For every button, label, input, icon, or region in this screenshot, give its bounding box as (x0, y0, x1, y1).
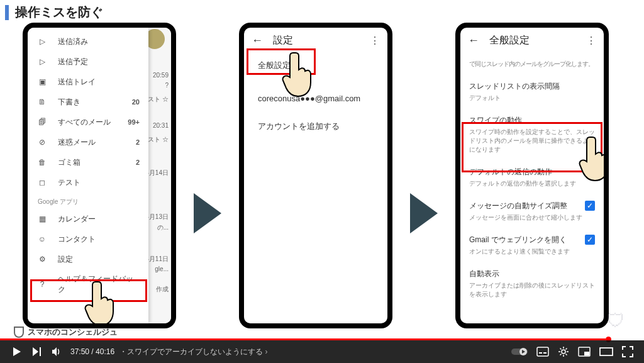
phone-3: ← 全般設定 ⋮ で同じスレッド内のメールをグループ化します。 スレッドリストの… (455, 23, 609, 328)
phone-1: 20:59 ? テスト ☆ 20:31 テスト ☆ 4月14日 ☆ 4月13日 … (23, 23, 176, 328)
drawer-spam[interactable]: ⊘ 迷惑メール 2 (28, 132, 148, 152)
drawer-test[interactable]: ◻ テスト (28, 172, 148, 193)
time-label: 4月13日 (145, 213, 169, 221)
fullscreen-icon[interactable] (622, 346, 633, 357)
svg-point-5 (562, 350, 565, 354)
phone-row: 20:59 ? テスト ☆ 20:31 テスト ☆ 4月14日 ☆ 4月13日 … (23, 23, 609, 340)
drawer-outbox[interactable]: ▣ 送信トレイ (28, 72, 148, 92)
snippet: gle... (155, 265, 169, 273)
general-topbar: ← 全般設定 ⋮ (460, 28, 604, 53)
snippet: の... (157, 224, 169, 232)
settings-icon[interactable] (558, 346, 569, 357)
drawer-allmail[interactable]: 🗐 すべてのメール 99+ (28, 112, 148, 132)
svg-rect-4 (543, 352, 547, 354)
time-label: 4月14日 (145, 169, 169, 177)
shield-icon (14, 327, 24, 338)
drawer-settings[interactable]: ⚙ 設定 (28, 249, 148, 269)
gear-icon: ⚙ (36, 254, 48, 265)
pointer-hand-icon (282, 49, 316, 99)
snippet: ? (165, 82, 169, 89)
draft-icon: 🗎 (36, 96, 48, 108)
miniplayer-icon[interactable] (578, 347, 591, 357)
drawer-scheduled[interactable]: ▷ 送信予定 (28, 52, 148, 72)
title-bar (5, 5, 9, 20)
thread-density[interactable]: スレッドリストの表示間隔 デフォルト (460, 75, 604, 109)
all-mail-icon: 🗐 (36, 116, 48, 128)
trash-icon: 🗑 (36, 157, 48, 168)
account-row[interactable]: coreconusa●●●@gmail.com (244, 87, 387, 109)
kebab-icon[interactable]: ⋮ (586, 35, 596, 47)
watermark-icon: 🛡 (606, 310, 625, 332)
page-title: 全般設定 (489, 34, 586, 47)
drawer-sent[interactable]: ▷ 送信済み (28, 31, 148, 52)
calendar-icon: ▦ (36, 213, 48, 225)
svg-rect-8 (600, 348, 613, 355)
autoplay-toggle-icon[interactable] (511, 347, 528, 356)
drawer-calendar[interactable]: ▦ カレンダー (28, 209, 148, 229)
apps-section: Google アプリ (28, 193, 148, 209)
partial-setting: で同じスレッド内のメールをグループ化します。 (460, 53, 604, 75)
chapter-title[interactable]: ・スワイプでアーカイブしないようにする › (119, 347, 267, 357)
time-label: 20:31 (153, 122, 169, 130)
footer-logo: スマホのコンシェルジュ (14, 327, 118, 338)
next-icon[interactable] (31, 346, 42, 357)
time-label: 20:59 (153, 72, 169, 79)
pointer-hand-icon (579, 133, 609, 184)
spam-icon: ⊘ (36, 137, 48, 148)
drawer-trash[interactable]: 🗑 ゴミ箱 2 (28, 152, 148, 172)
svg-rect-7 (584, 352, 589, 355)
video-controls: 37:50 / 40:16 ・スワイプでアーカイブしないようにする › (0, 340, 644, 363)
svg-rect-3 (539, 352, 542, 354)
slide-title: 操作ミスを防ぐ (5, 4, 103, 21)
checkbox-icon[interactable]: ✓ (585, 235, 595, 245)
back-icon[interactable]: ← (468, 34, 479, 47)
compose-button[interactable]: 作成 (156, 286, 169, 293)
send-icon: ▷ (36, 36, 48, 47)
arrow-icon (194, 193, 221, 233)
kebab-icon[interactable]: ⋮ (370, 35, 380, 47)
label-icon: ◻ (36, 177, 48, 188)
autosize[interactable]: ✓ メッセージの自動サイズ調整 メッセージを画面に合わせて縮小します (460, 194, 604, 228)
weblink[interactable]: ✓ Gmail でウェブリンクを開く オンにするとより速く閲覧できます (460, 228, 604, 262)
drawer-drafts[interactable]: 🗎 下書き 20 (28, 92, 148, 112)
theater-icon[interactable] (599, 347, 613, 356)
time-label: 4月11日 (145, 255, 169, 263)
back-icon[interactable]: ← (252, 34, 263, 47)
title-text: 操作ミスを防ぐ (15, 4, 103, 21)
autoshow[interactable]: 自動表示 アーカイブまたは削除の後にスレッドリストを表示します (460, 262, 604, 305)
checkbox-icon[interactable]: ✓ (585, 201, 595, 211)
footer-text: スマホのコンシェルジュ (28, 327, 118, 338)
clock-send-icon: ▷ (36, 56, 48, 67)
add-account-row[interactable]: アカウントを追加する (244, 114, 387, 138)
captions-icon[interactable] (536, 347, 549, 357)
time-display: 37:50 / 40:16 (70, 347, 114, 356)
svg-rect-2 (537, 347, 548, 356)
page-title: 設定 (273, 34, 370, 47)
outbox-icon: ▣ (36, 76, 48, 87)
contact-icon: ☺ (36, 233, 48, 245)
volume-icon[interactable] (51, 346, 62, 357)
phone-2: ← 設定 ⋮ 全般設定 coreconusa●●●@gmail.com アカウン… (239, 23, 392, 328)
pointer-hand-icon (84, 278, 118, 328)
play-icon[interactable] (11, 346, 22, 357)
arrow-icon (410, 193, 438, 233)
drawer-contacts[interactable]: ☺ コンタクト (28, 229, 148, 249)
